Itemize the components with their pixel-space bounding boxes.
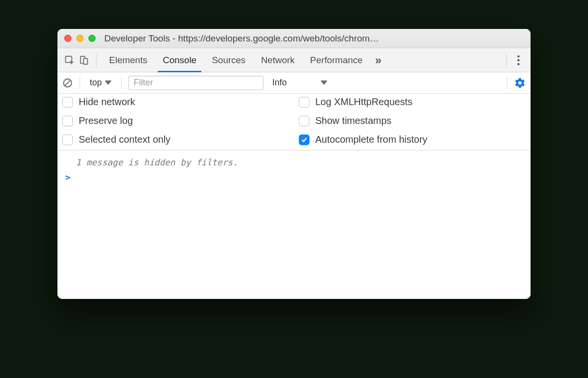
tab-console[interactable]: Console: [155, 48, 204, 72]
svg-point-4: [518, 59, 520, 61]
tab-sources[interactable]: Sources: [204, 48, 253, 72]
tabbar-divider-2: [506, 54, 506, 67]
checkbox-show-timestamps[interactable]: [299, 116, 309, 126]
checkbox-autocomplete-history[interactable]: [299, 135, 309, 145]
filterbar-divider: [80, 77, 80, 89]
setting-label: Show timestamps: [315, 115, 392, 126]
filter-input[interactable]: [128, 76, 264, 90]
clear-console-icon[interactable]: [62, 78, 73, 88]
close-window-button[interactable]: [64, 35, 71, 42]
dropdown-icon: [321, 81, 327, 85]
minimize-window-button[interactable]: [76, 35, 84, 42]
inspect-element-icon[interactable]: [62, 53, 77, 68]
panel-tabs: Elements Console Sources Network Perform…: [101, 48, 370, 72]
setting-hide-network: Hide network: [62, 96, 289, 108]
settings-gear-icon[interactable]: [514, 77, 526, 89]
svg-rect-2: [84, 58, 87, 64]
titlebar: Developer Tools - https://developers.goo…: [57, 29, 531, 48]
setting-label: Preserve log: [79, 115, 133, 126]
zoom-window-button[interactable]: [88, 35, 96, 42]
kebab-menu-icon[interactable]: [511, 55, 526, 66]
window-title: Developer Tools - https://developers.goo…: [104, 33, 524, 44]
console-body: 1 message is hidden by filters. >: [57, 150, 531, 299]
main-tabbar: Elements Console Sources Network Perform…: [57, 48, 531, 72]
filterbar-divider-3: [507, 77, 507, 89]
svg-point-5: [518, 63, 520, 65]
setting-label: Autocomplete from history: [315, 134, 427, 145]
log-level-select[interactable]: Info: [268, 77, 331, 89]
checkbox-log-xhr[interactable]: [299, 97, 309, 108]
console-settings: Hide network Log XMLHttpRequests Preserv…: [57, 94, 531, 150]
device-toggle-icon[interactable]: [77, 53, 91, 68]
setting-label: Hide network: [79, 96, 135, 108]
checkbox-selected-context[interactable]: [62, 135, 73, 145]
checkbox-preserve-log[interactable]: [62, 116, 73, 126]
context-select-label: top: [90, 78, 102, 88]
dropdown-icon: [105, 81, 112, 85]
checkbox-hide-network[interactable]: [62, 97, 73, 108]
hidden-messages-notice: 1 message is hidden by filters.: [63, 154, 525, 172]
filterbar-divider-2: [121, 77, 122, 89]
tab-performance[interactable]: Performance: [302, 48, 370, 72]
setting-preserve-log: Preserve log: [62, 115, 289, 126]
console-prompt[interactable]: >: [63, 172, 525, 182]
tab-elements[interactable]: Elements: [101, 48, 155, 72]
window-controls: [64, 35, 96, 42]
svg-line-7: [65, 80, 70, 85]
setting-log-xhr: Log XMLHttpRequests: [299, 96, 526, 108]
more-tabs-icon[interactable]: »: [370, 54, 386, 67]
setting-show-timestamps: Show timestamps: [299, 115, 526, 126]
tabbar-divider: [96, 54, 97, 67]
console-filterbar: top Info: [57, 72, 531, 94]
setting-autocomplete-history: Autocomplete from history: [299, 134, 526, 145]
tab-network[interactable]: Network: [253, 48, 303, 72]
setting-label: Log XMLHttpRequests: [315, 96, 412, 108]
svg-point-3: [518, 55, 520, 57]
setting-label: Selected context only: [79, 134, 170, 145]
setting-selected-context: Selected context only: [62, 134, 289, 145]
prompt-chevron-icon: >: [65, 172, 70, 182]
devtools-window: Developer Tools - https://developers.goo…: [57, 29, 531, 299]
context-select[interactable]: top: [87, 77, 114, 89]
log-level-label: Info: [272, 78, 287, 88]
